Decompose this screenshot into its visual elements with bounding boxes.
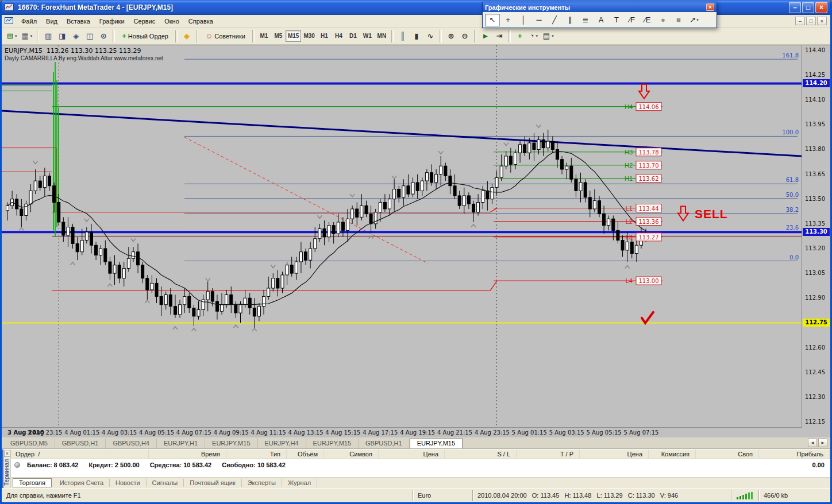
price-highlight-113-30[interactable]: 113.30 bbox=[803, 228, 830, 236]
horizontal-line-tool[interactable]: ─ bbox=[531, 14, 546, 26]
menu-вставка[interactable]: Вставка bbox=[62, 16, 95, 26]
timeframe-h1-button[interactable]: H1 bbox=[317, 30, 332, 42]
chart-tab-gbpusd-m5[interactable]: GBPUSD,M5 bbox=[3, 439, 55, 448]
terminal-tab-новости[interactable]: Новости bbox=[110, 479, 147, 487]
auto-scroll-button[interactable]: ► bbox=[479, 30, 492, 42]
graphic-tools-window[interactable]: Графические инструменты × ↖+│─╱∥≣AT∕F∕E●… bbox=[482, 2, 717, 28]
equidistant-channel-tool[interactable]: ∥ bbox=[563, 14, 577, 26]
text-label-tool[interactable]: T bbox=[609, 14, 624, 26]
zoom-in-button[interactable]: ⊕ bbox=[444, 30, 458, 42]
timeframe-m5-button[interactable]: M5 bbox=[271, 30, 286, 42]
svg-text:L2: L2 bbox=[626, 218, 633, 225]
new-order-button[interactable]: +Новый Ордер bbox=[117, 30, 173, 42]
menu-сервис[interactable]: Сервис bbox=[129, 16, 160, 26]
navigator-button[interactable]: ◈ bbox=[69, 30, 83, 42]
column-header-комиссия[interactable]: Комиссия bbox=[649, 449, 696, 459]
column-header-t-p[interactable]: T / P bbox=[517, 449, 580, 459]
trendline-tool[interactable]: ╱ bbox=[547, 14, 562, 26]
text-tool[interactable]: A bbox=[594, 14, 608, 26]
price-highlight-112-75[interactable]: 112.75 bbox=[803, 319, 830, 327]
candlestick-mode-button[interactable]: ▮ bbox=[410, 30, 423, 42]
column-header-цена[interactable]: Цена bbox=[580, 449, 649, 459]
periods-button[interactable]: ◔▾ bbox=[527, 30, 541, 42]
terminal-toggle-button[interactable]: ◫ bbox=[83, 30, 97, 42]
crosshair-tool[interactable]: + bbox=[500, 14, 515, 26]
metaeditor-button[interactable]: ◆ bbox=[180, 30, 194, 42]
terminal-tab-сигналы[interactable]: Сигналы bbox=[147, 479, 184, 487]
status-symbol-description: Euro bbox=[413, 490, 473, 501]
indicators-list-button[interactable]: + bbox=[513, 30, 527, 42]
chart-tab-eurjpy-m15[interactable]: EURJPY,M15 bbox=[410, 438, 463, 448]
menu-справка[interactable]: Справка bbox=[184, 16, 218, 26]
column-header-символ[interactable]: Символ bbox=[324, 449, 379, 459]
fibo-retracement-tool[interactable]: ≣ bbox=[578, 14, 593, 26]
price-highlight-114-20[interactable]: 114.20 bbox=[803, 79, 830, 87]
templates-button[interactable]: ▤▾ bbox=[541, 30, 556, 42]
menu-вид[interactable]: Вид bbox=[41, 16, 62, 26]
terminal-tab-торговля[interactable]: Торговля bbox=[13, 478, 52, 487]
chart-tab-gbpusd-h4[interactable]: GBPUSD,H4 bbox=[106, 439, 157, 448]
column-header-время[interactable]: Время bbox=[149, 449, 226, 459]
minimize-button[interactable]: – bbox=[789, 2, 801, 13]
timeframe-m1-button[interactable]: M1 bbox=[257, 30, 271, 42]
arrows-tool[interactable]: ↗▾ bbox=[687, 14, 702, 26]
terminal-tab-история-счета[interactable]: История Счета bbox=[54, 479, 110, 487]
terminal-tab-почтовый-ящик[interactable]: Почтовый ящик bbox=[184, 479, 241, 487]
new-chart-button[interactable]: ⊞▾ bbox=[5, 30, 19, 42]
chart-tab-eurjpy-m15[interactable]: EURJPY,M15 bbox=[306, 439, 359, 448]
chart-shift-button[interactable]: ⇥ bbox=[492, 30, 506, 42]
fibo-expansion-tool[interactable]: ∕E bbox=[640, 14, 655, 26]
zoom-out-button[interactable]: ⊖ bbox=[458, 30, 472, 42]
chart-window-close-button[interactable]: × bbox=[817, 17, 827, 25]
column-header-тип[interactable]: Тип bbox=[226, 449, 287, 459]
rectangle-tool[interactable]: ■ bbox=[671, 14, 686, 26]
line-chart-mode-button[interactable]: ∿ bbox=[423, 30, 437, 42]
svg-text:113.00: 113.00 bbox=[639, 278, 659, 284]
timeframe-d1-button[interactable]: D1 bbox=[346, 30, 360, 42]
close-button[interactable]: × bbox=[815, 2, 827, 13]
chart-window-restore-button[interactable]: □ bbox=[806, 17, 816, 25]
terminal-side-label[interactable]: Терминал bbox=[3, 459, 10, 486]
menu-графики[interactable]: Графики bbox=[95, 16, 129, 26]
cursor-tool[interactable]: ↖ bbox=[485, 14, 500, 26]
scroll-left-button[interactable]: ◄ bbox=[808, 439, 817, 447]
column-header-прибыль[interactable]: Прибыль bbox=[759, 449, 830, 459]
terminal-close-button[interactable]: × bbox=[4, 451, 10, 457]
timeframe-w1-button[interactable]: W1 bbox=[360, 30, 375, 42]
chart-area[interactable]: 161.8100.061.850.038.223.60.0H4114.06H31… bbox=[2, 45, 830, 437]
market-watch-button[interactable]: ▥ bbox=[41, 30, 55, 42]
chart-tab-eurjpy-h1[interactable]: EURJPY,H1 bbox=[157, 439, 205, 448]
column-header-цена[interactable]: Цена bbox=[379, 449, 445, 459]
graphic-tools-titlebar[interactable]: Графические инструменты × bbox=[483, 2, 717, 12]
time-axis[interactable]: 3 Aug 20103 Aug 23:154 Aug 01:154 Aug 03… bbox=[2, 427, 802, 437]
strategy-tester-button[interactable]: ⊙ bbox=[97, 30, 110, 42]
profiles-button[interactable]: ▦▾ bbox=[19, 30, 34, 42]
scroll-right-button[interactable]: ► bbox=[818, 439, 827, 447]
chart-tab-gbpusd-h1[interactable]: GBPUSD,H1 bbox=[55, 439, 106, 448]
chart-tab-eurjpy-h4[interactable]: EURJPY,H4 bbox=[258, 439, 306, 448]
bar-chart-mode-button[interactable]: ║ bbox=[396, 30, 410, 42]
fibo-fan-tool[interactable]: ∕F bbox=[625, 14, 640, 26]
expert-advisors-button[interactable]: ☺Советники bbox=[201, 30, 250, 42]
column-header-объ-м[interactable]: Объём bbox=[287, 449, 324, 459]
column-header-s-l[interactable]: S / L bbox=[445, 449, 517, 459]
price-axis[interactable]: 114.40114.25114.10113.95113.80113.65113.… bbox=[802, 45, 830, 428]
maximize-button[interactable]: □ bbox=[802, 2, 814, 13]
timeframe-m30-button[interactable]: M30 bbox=[301, 30, 317, 42]
terminal-tab-эксперты[interactable]: Эксперты bbox=[242, 479, 282, 487]
graphic-tools-close-button[interactable]: × bbox=[706, 3, 714, 11]
chart-tab-eurjpy-m15[interactable]: EURJPY,M15 bbox=[205, 439, 257, 448]
column-header-своп[interactable]: Своп bbox=[696, 449, 759, 459]
terminal-tab-журнал[interactable]: Журнал bbox=[282, 479, 317, 487]
chart-window-minimize-button[interactable]: – bbox=[795, 17, 805, 25]
timeframe-h4-button[interactable]: H4 bbox=[332, 30, 346, 42]
data-window-button[interactable]: ◨ bbox=[55, 30, 69, 42]
ellipse-tool[interactable]: ● bbox=[656, 14, 671, 26]
timeframe-mn-button[interactable]: MN bbox=[375, 30, 389, 42]
timeframe-m15-button[interactable]: M15 bbox=[286, 30, 301, 42]
menu-окно[interactable]: Окно bbox=[160, 16, 184, 26]
column-header-ордер[interactable]: Ордер / bbox=[11, 449, 149, 459]
chart-tab-gbpusd-h1[interactable]: GBPUSD,H1 bbox=[359, 439, 410, 448]
menu-файл[interactable]: Файл bbox=[17, 16, 41, 26]
vertical-line-tool[interactable]: │ bbox=[516, 14, 531, 26]
